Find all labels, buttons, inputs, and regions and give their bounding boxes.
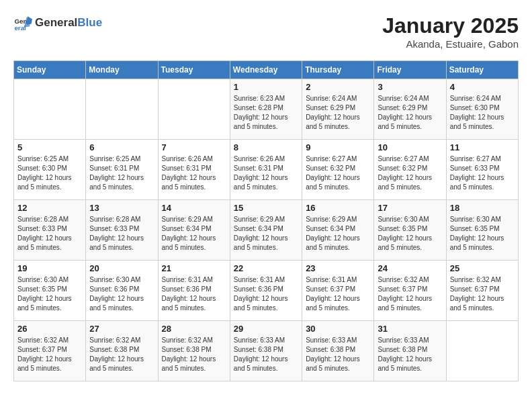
day-number: 22: [234, 263, 298, 273]
day-info: Sunrise: 6:30 AM Sunset: 6:35 PM Dayligh…: [17, 275, 82, 313]
calendar-cell: 15Sunrise: 6:29 AM Sunset: 6:34 PM Dayli…: [230, 200, 302, 261]
calendar-cell: 5Sunrise: 6:25 AM Sunset: 6:30 PM Daylig…: [14, 140, 86, 200]
calendar-cell: 21Sunrise: 6:31 AM Sunset: 6:36 PM Dayli…: [158, 261, 230, 321]
day-number: 4: [450, 82, 515, 92]
calendar-cell: 8Sunrise: 6:26 AM Sunset: 6:31 PM Daylig…: [230, 140, 302, 200]
calendar-cell: 28Sunrise: 6:32 AM Sunset: 6:38 PM Dayli…: [158, 321, 230, 381]
day-number: 5: [17, 142, 82, 152]
header-row: SundayMondayTuesdayWednesdayThursdayFrid…: [14, 61, 519, 79]
day-info: Sunrise: 6:30 AM Sunset: 6:35 PM Dayligh…: [378, 215, 442, 253]
calendar-cell: 14Sunrise: 6:29 AM Sunset: 6:34 PM Dayli…: [158, 200, 230, 261]
calendar-cell: 6Sunrise: 6:25 AM Sunset: 6:31 PM Daylig…: [86, 140, 158, 200]
calendar-cell: 20Sunrise: 6:30 AM Sunset: 6:36 PM Dayli…: [86, 261, 158, 321]
day-info: Sunrise: 6:23 AM Sunset: 6:28 PM Dayligh…: [234, 94, 298, 132]
header-day-wednesday: Wednesday: [230, 61, 302, 79]
week-row-3: 12Sunrise: 6:28 AM Sunset: 6:33 PM Dayli…: [14, 200, 519, 261]
calendar-cell: 11Sunrise: 6:27 AM Sunset: 6:33 PM Dayli…: [446, 140, 518, 200]
calendar-cell: 27Sunrise: 6:32 AM Sunset: 6:38 PM Dayli…: [86, 321, 158, 381]
week-row-2: 5Sunrise: 6:25 AM Sunset: 6:30 PM Daylig…: [14, 140, 519, 200]
calendar-cell: [446, 321, 518, 381]
day-info: Sunrise: 6:28 AM Sunset: 6:33 PM Dayligh…: [89, 215, 154, 253]
calendar-cell: 2Sunrise: 6:24 AM Sunset: 6:29 PM Daylig…: [302, 79, 374, 140]
day-info: Sunrise: 6:24 AM Sunset: 6:29 PM Dayligh…: [378, 94, 442, 132]
day-info: Sunrise: 6:28 AM Sunset: 6:33 PM Dayligh…: [17, 215, 82, 253]
calendar-cell: 9Sunrise: 6:27 AM Sunset: 6:32 PM Daylig…: [302, 140, 374, 200]
day-info: Sunrise: 6:25 AM Sunset: 6:30 PM Dayligh…: [17, 154, 82, 192]
day-info: Sunrise: 6:32 AM Sunset: 6:37 PM Dayligh…: [378, 275, 442, 313]
day-number: 21: [162, 263, 226, 273]
day-number: 3: [378, 82, 442, 92]
day-info: Sunrise: 6:26 AM Sunset: 6:31 PM Dayligh…: [162, 154, 226, 192]
day-number: 6: [89, 142, 154, 152]
week-row-1: 1Sunrise: 6:23 AM Sunset: 6:28 PM Daylig…: [14, 79, 519, 140]
calendar-cell: 10Sunrise: 6:27 AM Sunset: 6:32 PM Dayli…: [374, 140, 446, 200]
calendar-cell: 4Sunrise: 6:24 AM Sunset: 6:30 PM Daylig…: [446, 79, 518, 140]
day-number: 16: [306, 203, 370, 213]
calendar-cell: 18Sunrise: 6:30 AM Sunset: 6:35 PM Dayli…: [446, 200, 518, 261]
day-number: 11: [450, 142, 515, 152]
calendar-table: SundayMondayTuesdayWednesdayThursdayFrid…: [13, 60, 519, 381]
calendar-cell: 26Sunrise: 6:32 AM Sunset: 6:37 PM Dayli…: [14, 321, 86, 381]
week-row-4: 19Sunrise: 6:30 AM Sunset: 6:35 PM Dayli…: [14, 261, 519, 321]
calendar-cell: [86, 79, 158, 140]
calendar-cell: 16Sunrise: 6:29 AM Sunset: 6:34 PM Dayli…: [302, 200, 374, 261]
logo: Gen eral GeneralBlue: [13, 13, 102, 32]
calendar-cell: 3Sunrise: 6:24 AM Sunset: 6:29 PM Daylig…: [374, 79, 446, 140]
day-info: Sunrise: 6:33 AM Sunset: 6:38 PM Dayligh…: [306, 336, 370, 373]
day-number: 27: [89, 324, 154, 334]
day-info: Sunrise: 6:32 AM Sunset: 6:37 PM Dayligh…: [17, 336, 82, 373]
calendar-cell: 25Sunrise: 6:32 AM Sunset: 6:37 PM Dayli…: [446, 261, 518, 321]
day-number: 20: [89, 263, 154, 273]
calendar-cell: 17Sunrise: 6:30 AM Sunset: 6:35 PM Dayli…: [374, 200, 446, 261]
day-info: Sunrise: 6:33 AM Sunset: 6:38 PM Dayligh…: [234, 336, 298, 373]
header-day-sunday: Sunday: [14, 61, 86, 79]
calendar-cell: [158, 79, 230, 140]
day-info: Sunrise: 6:24 AM Sunset: 6:29 PM Dayligh…: [306, 94, 370, 132]
day-info: Sunrise: 6:32 AM Sunset: 6:37 PM Dayligh…: [450, 275, 515, 313]
day-number: 13: [89, 203, 154, 213]
week-row-5: 26Sunrise: 6:32 AM Sunset: 6:37 PM Dayli…: [14, 321, 519, 381]
title-block: January 2025 Akanda, Estuaire, Gabon: [382, 13, 519, 50]
day-number: 19: [17, 263, 82, 273]
day-number: 1: [234, 82, 298, 92]
day-number: 23: [306, 263, 370, 273]
day-info: Sunrise: 6:31 AM Sunset: 6:36 PM Dayligh…: [162, 275, 226, 313]
day-info: Sunrise: 6:32 AM Sunset: 6:38 PM Dayligh…: [89, 336, 154, 373]
general-blue-icon: Gen eral: [13, 13, 32, 32]
day-info: Sunrise: 6:27 AM Sunset: 6:32 PM Dayligh…: [378, 154, 442, 192]
logo-blue-text: Blue: [77, 16, 102, 29]
day-info: Sunrise: 6:27 AM Sunset: 6:32 PM Dayligh…: [306, 154, 370, 192]
calendar-cell: 24Sunrise: 6:32 AM Sunset: 6:37 PM Dayli…: [374, 261, 446, 321]
day-info: Sunrise: 6:29 AM Sunset: 6:34 PM Dayligh…: [234, 215, 298, 253]
calendar-cell: 31Sunrise: 6:33 AM Sunset: 6:38 PM Dayli…: [374, 321, 446, 381]
day-info: Sunrise: 6:30 AM Sunset: 6:36 PM Dayligh…: [89, 275, 154, 313]
day-info: Sunrise: 6:32 AM Sunset: 6:38 PM Dayligh…: [162, 336, 226, 373]
calendar-cell: [14, 79, 86, 140]
day-number: 15: [234, 203, 298, 213]
day-number: 12: [17, 203, 82, 213]
calendar-cell: 1Sunrise: 6:23 AM Sunset: 6:28 PM Daylig…: [230, 79, 302, 140]
day-info: Sunrise: 6:27 AM Sunset: 6:33 PM Dayligh…: [450, 154, 515, 192]
page-header: Gen eral GeneralBlue January 2025 Akanda…: [13, 13, 519, 50]
day-number: 30: [306, 324, 370, 334]
calendar-cell: 29Sunrise: 6:33 AM Sunset: 6:38 PM Dayli…: [230, 321, 302, 381]
header-day-saturday: Saturday: [446, 61, 518, 79]
day-info: Sunrise: 6:26 AM Sunset: 6:31 PM Dayligh…: [234, 154, 298, 192]
day-number: 28: [162, 324, 226, 334]
day-info: Sunrise: 6:24 AM Sunset: 6:30 PM Dayligh…: [450, 94, 515, 132]
calendar-cell: 13Sunrise: 6:28 AM Sunset: 6:33 PM Dayli…: [86, 200, 158, 261]
month-title: January 2025: [382, 13, 519, 38]
header-day-monday: Monday: [86, 61, 158, 79]
day-info: Sunrise: 6:29 AM Sunset: 6:34 PM Dayligh…: [306, 215, 370, 253]
calendar-cell: 7Sunrise: 6:26 AM Sunset: 6:31 PM Daylig…: [158, 140, 230, 200]
calendar-cell: 12Sunrise: 6:28 AM Sunset: 6:33 PM Dayli…: [14, 200, 86, 261]
day-info: Sunrise: 6:31 AM Sunset: 6:37 PM Dayligh…: [306, 275, 370, 313]
day-info: Sunrise: 6:29 AM Sunset: 6:34 PM Dayligh…: [162, 215, 226, 253]
day-number: 9: [306, 142, 370, 152]
day-number: 8: [234, 142, 298, 152]
header-day-friday: Friday: [374, 61, 446, 79]
calendar-cell: 23Sunrise: 6:31 AM Sunset: 6:37 PM Dayli…: [302, 261, 374, 321]
day-number: 17: [378, 203, 442, 213]
day-number: 7: [162, 142, 226, 152]
header-day-tuesday: Tuesday: [158, 61, 230, 79]
